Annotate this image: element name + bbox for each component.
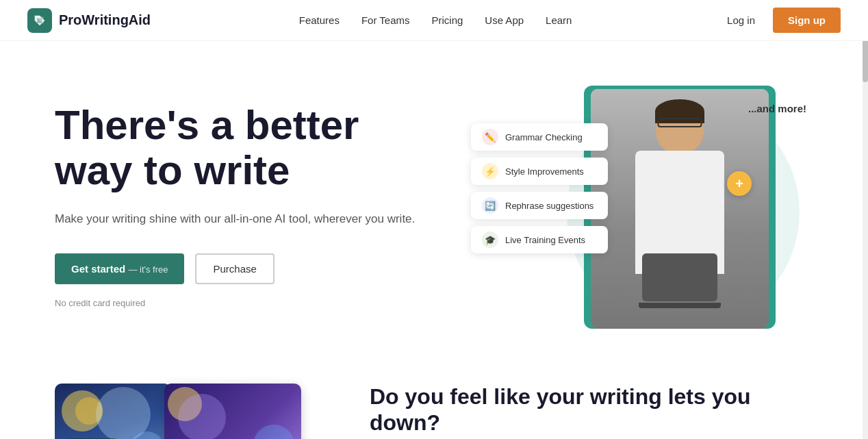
- rephrase-icon: 🔄: [482, 197, 498, 214]
- painting-card-front: [55, 384, 171, 439]
- nav-features[interactable]: Features: [299, 14, 340, 26]
- section2-text: Do you feel like your writing lets you d…: [370, 384, 813, 439]
- logo[interactable]: ProWritingAid: [27, 8, 151, 33]
- nav-pricing[interactable]: Pricing: [432, 14, 463, 26]
- section2: My idea in my head Do you feel like your…: [0, 356, 868, 439]
- logo-icon: [27, 8, 52, 33]
- style-icon: ⚡: [482, 163, 498, 179]
- plus-badge: +: [727, 171, 752, 196]
- training-icon: 🎓: [482, 231, 498, 248]
- navbar-links: Features For Teams Pricing Use App Learn: [299, 14, 572, 26]
- grammar-icon: ✏️: [482, 129, 498, 145]
- login-button[interactable]: Log in: [720, 10, 762, 30]
- feature-card-style: ⚡ Style Improvements: [471, 158, 608, 185]
- scrollbar[interactable]: [863, 0, 868, 439]
- navbar-actions: Log in Sign up: [720, 8, 841, 33]
- hero-left: There's a better way to write Make your …: [55, 103, 415, 308]
- feature-card-rephrase: 🔄 Rephrase suggestions: [471, 192, 608, 219]
- nav-use-app[interactable]: Use App: [485, 14, 524, 26]
- no-credit-text: No credit card required: [55, 298, 415, 308]
- feature-card-grammar: ✏️ Grammar Checking: [471, 123, 608, 151]
- logo-text: ProWritingAid: [59, 12, 151, 28]
- purchase-button[interactable]: Purchase: [195, 253, 274, 284]
- hero-subtitle: Make your writing shine with our all-in-…: [55, 210, 415, 228]
- section2-title: Do you feel like your writing lets you d…: [370, 384, 813, 436]
- signup-button[interactable]: Sign up: [773, 8, 841, 33]
- hero-right: ✏️ Grammar Checking ⚡ Style Improvements…: [471, 82, 813, 329]
- section2-images: My idea in my head: [55, 384, 315, 439]
- get-started-button[interactable]: Get started — it's free: [55, 253, 184, 284]
- and-more-label: ...and more!: [748, 103, 806, 114]
- feature-cards: ✏️ Grammar Checking ⚡ Style Improvements…: [471, 123, 608, 253]
- navbar: ProWritingAid Features For Teams Pricing…: [0, 0, 868, 41]
- painting-card-overlay: [164, 384, 301, 439]
- hero-section: There's a better way to write Make your …: [0, 41, 868, 356]
- nav-for-teams[interactable]: For Teams: [361, 14, 410, 26]
- feature-card-training: 🎓 Live Training Events: [471, 226, 608, 253]
- nav-learn[interactable]: Learn: [546, 14, 572, 26]
- hero-buttons: Get started — it's free Purchase: [55, 253, 415, 284]
- hero-title: There's a better way to write: [55, 103, 415, 193]
- hero-person-image: [591, 89, 769, 329]
